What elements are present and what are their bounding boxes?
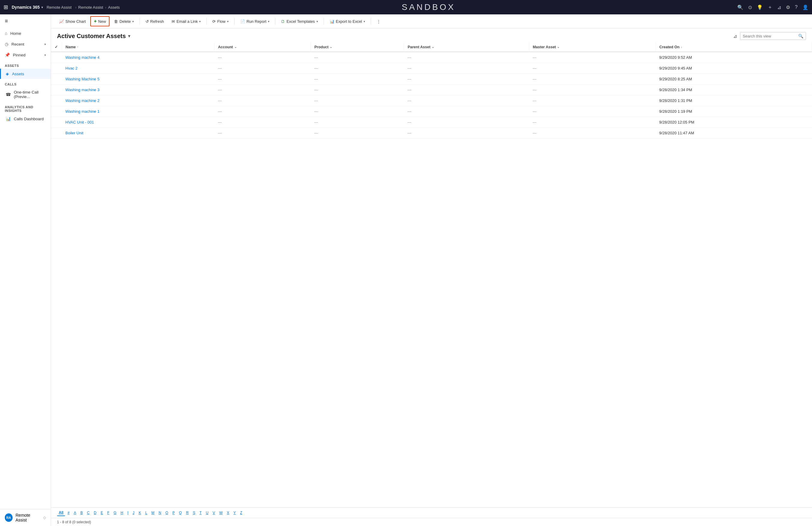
new-button[interactable]: + New xyxy=(90,16,110,26)
alpha-nav-item[interactable]: J xyxy=(131,510,136,516)
sidebar-item-one-time-call[interactable]: ☎ One-time Call (Previe... xyxy=(0,87,51,102)
new-label: New xyxy=(98,19,106,24)
cell-created-on: 9/29/2020 9:45 AM xyxy=(656,63,812,74)
alpha-nav-item[interactable]: R xyxy=(184,510,190,516)
cell-account: --- xyxy=(214,85,310,96)
alpha-nav-item[interactable]: U xyxy=(204,510,210,516)
row-checkbox[interactable] xyxy=(51,106,62,117)
col-master-asset[interactable]: Master Asset ⌄ xyxy=(529,42,655,52)
question-icon[interactable]: ? xyxy=(795,4,798,10)
row-checkbox[interactable] xyxy=(51,52,62,63)
home-icon: ⌂ xyxy=(5,31,7,36)
asset-link[interactable]: Washing machine 3 xyxy=(66,88,100,92)
cell-name: Washing Machine 5 xyxy=(62,74,214,85)
chart-btn-icon: 📈 xyxy=(59,19,64,24)
view-title[interactable]: Active Customer Assets ▾ xyxy=(57,33,130,40)
export-dropdown-icon[interactable]: ▾ xyxy=(364,20,365,23)
alpha-nav-item[interactable]: Z xyxy=(238,510,244,516)
user-icon[interactable]: 👤 xyxy=(802,4,808,10)
alpha-nav-item[interactable]: W xyxy=(217,510,224,516)
email-dropdown-icon[interactable]: ▾ xyxy=(199,20,201,23)
select-all-checkbox[interactable]: ✓ xyxy=(55,45,58,49)
alpha-nav-item[interactable]: All xyxy=(57,510,65,516)
asset-link[interactable]: Washing machine 4 xyxy=(66,55,100,60)
alpha-nav-item[interactable]: # xyxy=(66,510,71,516)
toolbar: 📈 Show Chart + New 🗑 Delete ▾ ↺ Refresh … xyxy=(51,14,812,29)
lightbulb-icon[interactable]: 💡 xyxy=(757,4,763,10)
sidebar-item-pinned[interactable]: 📌 Pinned ▾ xyxy=(0,49,51,60)
sidebar-item-home[interactable]: ⌂ Home xyxy=(0,28,51,39)
refresh-button[interactable]: ↺ Refresh xyxy=(142,17,168,26)
col-product[interactable]: Product ⌄ xyxy=(310,42,404,52)
sidebar-item-calls-dashboard[interactable]: 📊 Calls Dashboard xyxy=(0,114,51,124)
sidebar-footer[interactable]: RA Remote Assist ◇ xyxy=(0,509,51,526)
sidebar-toggle[interactable]: ≡ xyxy=(0,14,51,28)
asset-link[interactable]: Washing machine 1 xyxy=(66,109,100,114)
more-options-button[interactable]: ⋮ xyxy=(374,17,384,26)
col-name[interactable]: Name ↑ xyxy=(62,42,214,52)
alpha-nav-item[interactable]: B xyxy=(78,510,85,516)
col-account[interactable]: Account ⌄ xyxy=(214,42,310,52)
alpha-nav-item[interactable]: D xyxy=(92,510,98,516)
cell-name: HVAC Unit - 001 xyxy=(62,117,214,128)
alpha-nav-item[interactable]: X xyxy=(225,510,231,516)
delete-dropdown-icon[interactable]: ▾ xyxy=(132,20,134,23)
flow-button[interactable]: ⟳ Flow ▾ xyxy=(209,17,232,26)
alpha-nav-item[interactable]: T xyxy=(198,510,203,516)
cell-parent-asset: --- xyxy=(404,117,529,128)
row-checkbox[interactable] xyxy=(51,85,62,96)
asset-link[interactable]: Boiler Unit xyxy=(66,131,83,135)
sidebar-item-recent[interactable]: ◷ Recent ▾ xyxy=(0,39,51,49)
alpha-nav-item[interactable]: E xyxy=(99,510,105,516)
col-name-sort-icon: ↑ xyxy=(77,45,78,48)
row-checkbox[interactable] xyxy=(51,117,62,128)
alpha-nav-item[interactable]: P xyxy=(171,510,177,516)
report-dropdown-icon[interactable]: ▾ xyxy=(268,20,270,23)
alpha-nav-item[interactable]: V xyxy=(211,510,217,516)
excel-templates-dropdown-icon[interactable]: ▾ xyxy=(317,20,318,23)
alpha-nav-item[interactable]: M xyxy=(150,510,156,516)
run-report-button[interactable]: 📄 Run Report ▾ xyxy=(237,17,273,26)
help-circle-icon[interactable]: ⊙ xyxy=(748,4,752,10)
row-checkbox[interactable] xyxy=(51,63,62,74)
pin-icon: 📌 xyxy=(5,53,10,57)
alpha-nav-item[interactable]: G xyxy=(112,510,118,516)
alpha-nav-item[interactable]: L xyxy=(143,510,149,516)
alpha-nav-item[interactable]: N xyxy=(157,510,163,516)
alpha-nav-item[interactable]: Q xyxy=(177,510,184,516)
search-input[interactable] xyxy=(743,34,796,39)
asset-link[interactable]: Washing machine 2 xyxy=(66,98,100,103)
email-link-button[interactable]: ✉ Email a Link ▾ xyxy=(168,17,204,26)
col-checkbox[interactable]: ✓ xyxy=(51,42,62,52)
alpha-nav-item[interactable]: H xyxy=(119,510,125,516)
view-filter-icon[interactable]: ⊿ xyxy=(733,33,737,39)
row-checkbox[interactable] xyxy=(51,96,62,106)
alpha-nav-item[interactable]: Y xyxy=(232,510,237,516)
alpha-nav-item[interactable]: C xyxy=(85,510,91,516)
filter-icon[interactable]: ⊿ xyxy=(777,4,781,10)
asset-link[interactable]: HVAC Unit - 001 xyxy=(66,120,94,125)
search-icon[interactable]: 🔍 xyxy=(737,4,743,10)
settings-icon[interactable]: ⚙ xyxy=(786,4,790,10)
row-checkbox[interactable] xyxy=(51,128,62,138)
excel-templates-button[interactable]: 🗋 Excel Templates ▾ xyxy=(278,17,321,26)
col-created-on[interactable]: Created On ↓ xyxy=(656,42,812,52)
alpha-nav-item[interactable]: I xyxy=(126,510,130,516)
asset-link[interactable]: Washing Machine 5 xyxy=(66,77,100,81)
sidebar-item-assets[interactable]: ◈ Assets xyxy=(0,69,51,79)
asset-link[interactable]: Hvac 2 xyxy=(66,66,77,71)
row-checkbox[interactable] xyxy=(51,74,62,85)
show-chart-button[interactable]: 📈 Show Chart xyxy=(56,17,89,26)
alpha-nav-item[interactable]: S xyxy=(191,510,197,516)
flow-dropdown-icon[interactable]: ▾ xyxy=(227,20,229,23)
alpha-nav-item[interactable]: A xyxy=(72,510,78,516)
alpha-nav-item[interactable]: O xyxy=(164,510,170,516)
brand[interactable]: Dynamics 365 ▾ xyxy=(12,5,43,10)
export-excel-button[interactable]: 📊 Export to Excel ▾ xyxy=(327,17,368,26)
alpha-nav-item[interactable]: K xyxy=(137,510,143,516)
delete-button[interactable]: 🗑 Delete ▾ xyxy=(111,17,137,26)
plus-icon[interactable]: ＋ xyxy=(768,4,772,11)
waffle-icon[interactable]: ⊞ xyxy=(4,4,8,11)
col-parent-asset[interactable]: Parent Asset ⌄ xyxy=(404,42,529,52)
alpha-nav-item[interactable]: F xyxy=(105,510,111,516)
